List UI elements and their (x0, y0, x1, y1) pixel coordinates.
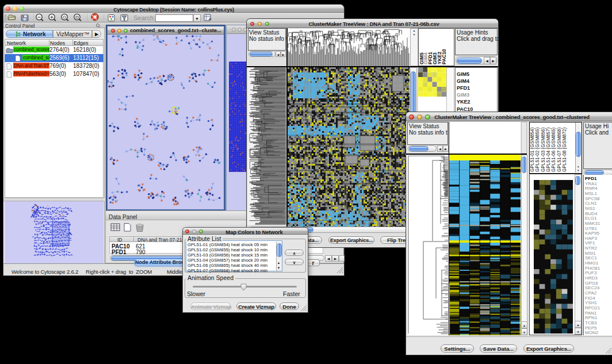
svg-text:GPL51-03 (GSM856): GPL51-03 (GSM856) (541, 127, 546, 172)
svg-text:GPL51-07 (GSM868): GPL51-07 (GSM868) (557, 127, 562, 172)
svg-text:GPL51-02 (GSM855): GPL51-02 (GSM855) (535, 127, 540, 172)
svg-text:GPL51-08 (GSM872): GPL51-08 (GSM872) (562, 127, 567, 172)
svg-text:PAC10: PAC10 (441, 49, 447, 64)
svg-text:GPL51-01 (GSM854): GPL51-01 (GSM854) (530, 127, 535, 172)
svg-text:GPL51-04 (GSM857): GPL51-04 (GSM857) (546, 127, 551, 172)
svg-text:GPL51-06 (GSM865): GPL51-06 (GSM865) (551, 127, 556, 172)
